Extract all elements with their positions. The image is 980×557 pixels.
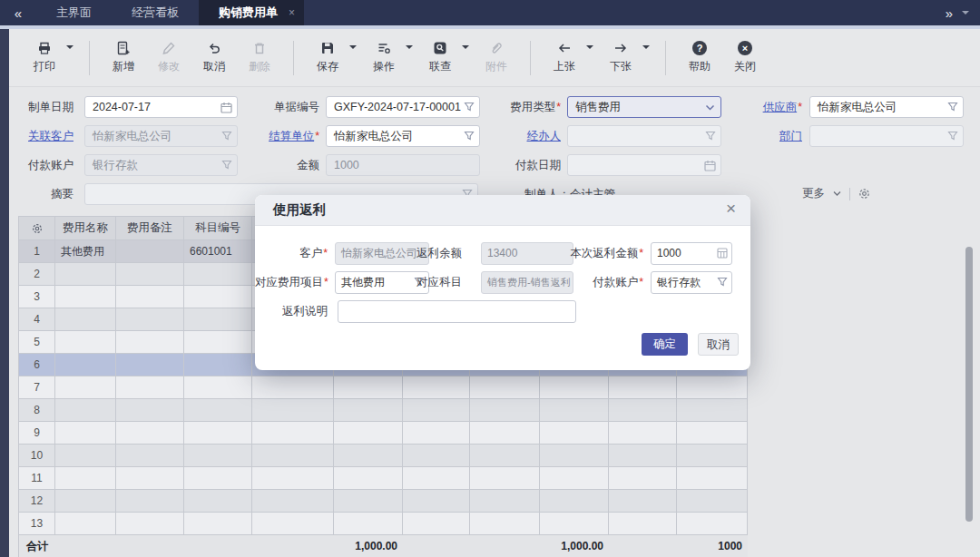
doc-no-input[interactable]: GXFY-2024-07-17-00001 [326, 96, 480, 118]
dropdown-caret-icon[interactable] [462, 45, 469, 49]
trash-icon [252, 41, 267, 55]
table-cell [677, 376, 748, 399]
more-menu: 更多 [802, 186, 871, 201]
table-cell [116, 263, 184, 286]
table-row[interactable]: 8 [19, 399, 748, 422]
filter-icon [947, 131, 958, 142]
account-subject-label: 对应科目 [411, 271, 462, 294]
table-cell [403, 467, 470, 490]
pay-date-label: 付款日期 [495, 154, 561, 176]
handler-input[interactable] [567, 125, 721, 147]
chevron-down-icon [704, 102, 716, 113]
chevron-down-icon[interactable] [962, 11, 969, 15]
help-button[interactable]: ? 帮助 [677, 34, 722, 82]
table-cell [403, 535, 470, 557]
cancel-button[interactable]: 取消 [191, 34, 237, 82]
linked-query-button[interactable]: 联查 [417, 34, 463, 82]
table-cell [609, 445, 677, 467]
save-button[interactable]: 保存 [305, 34, 350, 82]
tab-close-icon[interactable]: × [289, 6, 295, 19]
dialog-cancel-button[interactable]: 取消 [698, 333, 739, 356]
table-row[interactable]: 10 [19, 445, 748, 467]
table-row[interactable]: 9 [19, 422, 748, 445]
handler-label[interactable]: 经办人 [495, 125, 561, 147]
table-row[interactable]: 7 [19, 376, 748, 399]
tab-expense-form[interactable]: 购销费用单 × [199, 0, 304, 25]
supplier-label[interactable]: 供应商* [735, 96, 802, 118]
table-cell: 9 [19, 422, 55, 445]
table-row[interactable]: 13 [19, 513, 748, 535]
table-cell [184, 331, 252, 354]
modify-button: 修改 [146, 34, 191, 82]
undo-icon [207, 41, 221, 55]
table-cell [184, 399, 252, 422]
department-label[interactable]: 部门 [735, 125, 802, 147]
collapse-sidebar-icon[interactable]: « [0, 0, 36, 25]
rebate-amount-input[interactable]: 1000 [651, 242, 732, 265]
table-row[interactable]: 12 [19, 490, 748, 513]
pay-date-input[interactable] [567, 154, 721, 176]
dialog-close-icon[interactable]: × [726, 199, 736, 219]
gear-icon[interactable] [31, 222, 44, 235]
print-button[interactable]: 打印 [22, 34, 67, 82]
table-cell [55, 308, 116, 331]
table-cell: 13 [19, 513, 55, 535]
vertical-scrollbar[interactable] [965, 247, 973, 522]
table-cell: 6601001 [184, 240, 252, 263]
table-cell [609, 467, 677, 490]
previous-button[interactable]: 上张 [542, 34, 587, 82]
table-total-row: 合计1,000.001,000.001000 [19, 535, 748, 557]
pay-account-input: 银行存款 [84, 154, 238, 176]
table-cell [184, 422, 252, 445]
table-cell [184, 467, 252, 490]
related-customer-label[interactable]: 关联客户 [9, 125, 74, 147]
table-cell [184, 286, 252, 308]
rebate-note-input[interactable] [338, 300, 576, 323]
expense-type-select[interactable]: 销售费用 [567, 96, 721, 118]
next-button[interactable]: 下张 [598, 34, 643, 82]
related-customer-input: 怡新家电总公司 [84, 125, 238, 147]
table-cell [334, 513, 403, 535]
dialog-pay-account-input[interactable]: 银行存款 [651, 271, 732, 294]
table-cell [252, 467, 334, 490]
dropdown-caret-icon[interactable] [586, 45, 593, 49]
table-cell: 2 [19, 263, 55, 286]
make-date-input[interactable]: 2024-07-17 [84, 96, 238, 118]
settle-unit-label[interactable]: 结算单位* [254, 125, 319, 147]
table-cell [403, 422, 470, 445]
close-circle-icon: × [738, 41, 752, 55]
help-icon: ? [692, 41, 707, 55]
dropdown-caret-icon[interactable] [66, 45, 74, 49]
table-cell [609, 535, 677, 557]
dropdown-caret-icon[interactable] [406, 45, 413, 49]
more-button[interactable]: 更多 [802, 186, 825, 201]
table-cell: 合计 [19, 535, 55, 557]
printer-icon [37, 41, 52, 55]
table-cell [184, 308, 252, 331]
table-cell [403, 490, 470, 513]
table-cell [184, 535, 252, 557]
customer-label: 客户* [262, 242, 328, 265]
settle-unit-input[interactable]: 怡新家电总公司 [326, 125, 480, 147]
chevron-down-icon[interactable] [832, 189, 842, 199]
close-button[interactable]: × 关闭 [722, 34, 768, 82]
department-input[interactable] [809, 125, 964, 147]
table-cell [470, 376, 540, 399]
table-cell [609, 422, 677, 445]
gear-icon[interactable] [858, 187, 871, 200]
rebate-amount-label: 本次返利金额* [554, 242, 643, 265]
tab-main[interactable]: 主界面 [36, 0, 112, 25]
supplier-input[interactable]: 怡新家电总公司 [809, 96, 964, 118]
expand-icon[interactable]: » [946, 5, 953, 21]
table-settings-cell[interactable] [19, 217, 55, 240]
confirm-button[interactable]: 确定 [642, 333, 688, 356]
attachment-button: 附件 [474, 34, 519, 82]
tab-dashboard[interactable]: 经营看板 [112, 0, 199, 25]
calendar-icon [220, 102, 232, 113]
dropdown-caret-icon[interactable] [642, 45, 650, 49]
new-button[interactable]: 新增 [101, 34, 146, 82]
operations-button[interactable]: 操作 [361, 34, 407, 82]
dropdown-caret-icon[interactable] [349, 45, 357, 49]
table-cell: 11 [19, 467, 55, 490]
table-row[interactable]: 11 [19, 467, 748, 490]
